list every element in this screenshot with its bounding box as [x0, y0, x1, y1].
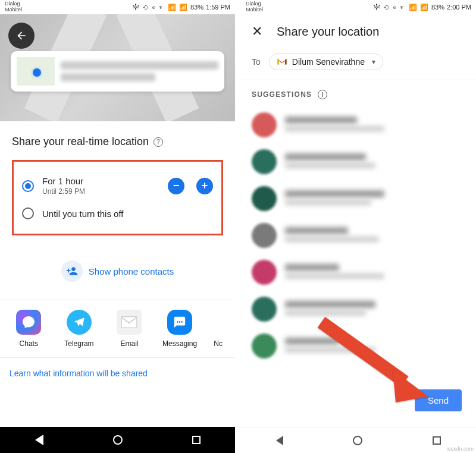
status-right: ✻ ⟲ ⊘ ᯤ 📶 📶 83% 2:00 PM	[374, 4, 471, 11]
show-contacts-button[interactable]: Show phone contacts	[0, 243, 235, 300]
target-label: Chats	[20, 339, 38, 348]
nav-recents-icon[interactable]	[433, 436, 441, 445]
info-link-text: Learn what information will be shared	[10, 369, 148, 378]
recipient-name: Dilum Senevirathne	[292, 57, 365, 67]
increase-button[interactable]: +	[196, 178, 213, 194]
to-label: To	[252, 57, 261, 67]
avatar	[252, 223, 277, 248]
info-link[interactable]: Learn what information will be shared	[0, 357, 235, 389]
suggestion-item[interactable]	[241, 254, 476, 291]
status-icons: ✻ ⟲ ⊘ ᯤ 📶 📶	[133, 4, 188, 11]
status-bar: Dialog Mobitel ✻ ⟲ ⊘ ᯤ 📶 📶 83% 2:00 PM	[241, 0, 476, 14]
chevron-down-icon: ▾	[372, 58, 375, 66]
help-icon[interactable]: ?	[154, 137, 163, 147]
blurred-text	[285, 190, 384, 197]
location-card[interactable]	[11, 51, 224, 92]
suggestion-item[interactable]	[241, 143, 476, 180]
decrease-button[interactable]: −	[168, 178, 184, 194]
suggestions-header: SUGGESTIONS i	[241, 80, 476, 104]
time-label: 1:59 PM	[206, 4, 230, 11]
nav-recents-icon[interactable]	[192, 436, 201, 444]
suggestion-item[interactable]	[241, 180, 476, 217]
android-nav-bar	[241, 427, 476, 453]
option-for-1-hour[interactable]: For 1 hour Until 2:59 PM − +	[18, 170, 217, 202]
carrier-label: Dialog Mobitel	[246, 1, 263, 13]
suggestion-item[interactable]	[241, 106, 476, 143]
nav-home-icon[interactable]	[353, 436, 362, 445]
blurred-text	[285, 117, 357, 124]
blurred-text	[285, 273, 384, 279]
share-target-chats[interactable]: Chats	[8, 310, 49, 348]
location-card-text	[61, 57, 218, 86]
close-button[interactable]: ✕	[252, 24, 262, 39]
blurred-text	[285, 163, 375, 168]
email-icon	[117, 310, 142, 335]
nav-back-icon[interactable]	[276, 436, 283, 445]
share-section: Share your real-time location ? For 1 ho…	[0, 121, 235, 243]
nav-home-icon[interactable]	[113, 435, 123, 445]
option-label: For 1 hour	[42, 176, 156, 186]
share-target-more[interactable]: Nc	[209, 310, 227, 348]
battery-label: 83%	[190, 4, 203, 11]
map-preview	[0, 14, 235, 121]
suggestion-item[interactable]	[241, 291, 476, 328]
target-label: Messaging	[162, 339, 197, 348]
phone-screenshot-left: Dialog Mobitel ✻ ⟲ ⊘ ᯤ 📶 📶 83% 1:59 PM S…	[0, 0, 235, 453]
back-button[interactable]	[8, 23, 35, 49]
section-title-text: Share your real-time location	[12, 136, 149, 148]
page-title: Share your location	[277, 25, 379, 39]
blurred-text	[285, 126, 384, 131]
highlight-box: For 1 hour Until 2:59 PM − + Until you t…	[12, 160, 223, 235]
blurred-text	[285, 237, 379, 242]
suggestion-item[interactable]	[241, 328, 476, 364]
send-button-label: Send	[428, 395, 449, 405]
blurred-text	[61, 73, 155, 81]
blurred-text	[285, 264, 339, 271]
target-label: Nc	[214, 339, 223, 348]
avatar	[252, 186, 277, 211]
send-button[interactable]: Send	[415, 389, 462, 411]
suggestions-label: SUGGESTIONS	[252, 90, 312, 99]
avatar	[252, 334, 277, 358]
mini-map-thumbnail	[17, 57, 55, 86]
blurred-text	[285, 200, 371, 205]
target-label: Email	[120, 339, 138, 348]
blurred-text	[285, 338, 339, 345]
carrier-label: Dialog Mobitel	[5, 1, 22, 13]
watermark: wsxdn.com	[447, 446, 474, 452]
status-right: ✻ ⟲ ⊘ ᯤ 📶 📶 83% 1:59 PM	[133, 4, 230, 11]
recipient-row: To Dilum Senevirathne ▾	[241, 49, 476, 80]
status-bar: Dialog Mobitel ✻ ⟲ ⊘ ᯤ 📶 📶 83% 1:59 PM	[0, 0, 235, 14]
telegram-icon	[67, 310, 92, 335]
option-sublabel: Until 2:59 PM	[42, 187, 156, 196]
info-icon[interactable]: i	[318, 90, 327, 99]
recipient-chip[interactable]: Dilum Senevirathne ▾	[269, 54, 383, 70]
phone-screenshot-right: Dialog Mobitel ✻ ⟲ ⊘ ᯤ 📶 📶 83% 2:00 PM ✕…	[241, 0, 476, 453]
option-until-off[interactable]: Until you turn this off	[18, 202, 217, 225]
share-target-telegram[interactable]: Telegram	[58, 310, 100, 348]
radio-unselected-icon[interactable]	[22, 207, 34, 219]
show-contacts-label: Show phone contacts	[89, 266, 174, 276]
radio-selected-icon[interactable]	[22, 180, 34, 192]
more-icon	[206, 310, 231, 335]
blurred-text	[285, 310, 366, 316]
section-title: Share your real-time location ?	[12, 136, 223, 148]
blurred-text	[285, 301, 375, 308]
nav-back-icon[interactable]	[35, 435, 43, 445]
add-contact-icon	[61, 260, 83, 282]
blurred-text	[285, 153, 366, 161]
status-icons: ✻ ⟲ ⊘ ᯤ 📶 📶	[374, 4, 429, 11]
messenger-icon	[16, 310, 41, 335]
android-nav-bar	[0, 427, 235, 453]
share-target-messaging[interactable]: Messaging	[159, 310, 201, 348]
suggestion-item[interactable]	[241, 217, 476, 254]
blurred-text	[61, 61, 218, 70]
avatar	[252, 260, 277, 285]
gmail-icon	[277, 58, 287, 66]
messaging-icon	[167, 310, 192, 335]
header: ✕ Share your location	[241, 14, 476, 49]
battery-label: 83%	[431, 4, 444, 11]
svg-rect-0	[122, 317, 137, 328]
share-target-email[interactable]: Email	[108, 310, 150, 348]
target-label: Telegram	[64, 339, 93, 348]
